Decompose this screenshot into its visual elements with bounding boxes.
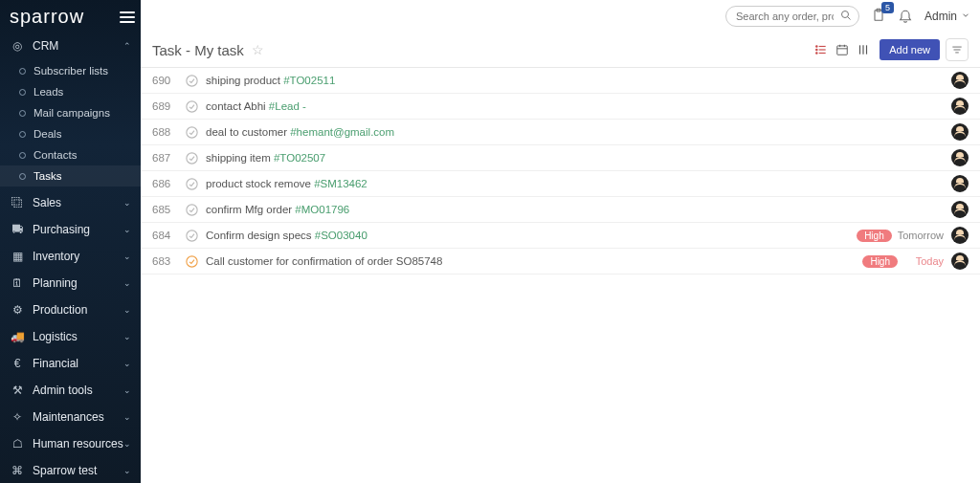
priority-badge: High [862, 255, 898, 268]
assignee-avatar[interactable] [951, 98, 969, 115]
assignee-avatar[interactable] [951, 175, 969, 192]
sidebar-section-human-resources[interactable]: ☖Human resources⌄ [0, 431, 141, 456]
section-icon: 🚚 [10, 330, 25, 343]
section-label: Admin tools [33, 384, 93, 397]
task-link[interactable]: #SM13462 [314, 178, 368, 189]
sidebar-section-purchasing[interactable]: ⛟Purchasing⌄ [0, 217, 141, 242]
view-kanban-icon[interactable] [857, 43, 870, 56]
view-calendar-icon[interactable] [835, 43, 849, 56]
section-icon: 🗓 [10, 276, 25, 290]
sidebar-item-label: Subscriber lists [33, 65, 108, 77]
svg-point-27 [187, 255, 197, 266]
sidebar-section-crm[interactable]: ◎CRM⌃ [0, 33, 141, 58]
check-circle-icon[interactable] [185, 229, 206, 243]
sidebar-item-label: Tasks [33, 170, 61, 182]
task-row[interactable]: 689contact Abhi #Lead - [141, 94, 980, 120]
section-icon: ◎ [10, 39, 25, 53]
check-circle-icon[interactable] [185, 74, 206, 88]
sidebar: sparrow ◎CRM⌃Subscriber listsLeadsMail c… [0, 0, 141, 483]
task-text: confirm Mfg order #MO01796 [206, 204, 951, 215]
filter-button[interactable] [946, 38, 969, 61]
task-number: 683 [152, 255, 185, 267]
task-row[interactable]: 685confirm Mfg order #MO01796 [141, 197, 980, 223]
section-icon: ✧ [10, 410, 25, 424]
task-number: 690 [152, 75, 185, 86]
page-title: Task - My task [152, 42, 244, 58]
check-circle-icon[interactable] [185, 254, 206, 269]
due-date: Today [903, 255, 944, 267]
sidebar-section-admin-tools[interactable]: ⚒Admin tools⌄ [0, 378, 141, 403]
sidebar-item-mail-campaigns[interactable]: Mail campaigns [0, 102, 141, 123]
assignee-avatar[interactable] [951, 227, 969, 244]
sidebar-section-sparrow-test[interactable]: ⌘Sparrow test⌄ [0, 458, 141, 483]
check-circle-icon[interactable] [185, 177, 206, 191]
assignee-avatar[interactable] [951, 252, 969, 270]
check-circle-icon[interactable] [185, 99, 206, 114]
sidebar-item-label: Contacts [33, 149, 77, 161]
task-text: product stock remove #SM13462 [206, 178, 951, 189]
sidebar-section-logistics[interactable]: 🚚Logistics⌄ [0, 324, 141, 349]
sidebar-item-subscriber-lists[interactable]: Subscriber lists [0, 60, 141, 81]
sidebar-item-tasks[interactable]: Tasks [0, 165, 141, 187]
sidebar-item-label: Deals [33, 128, 61, 140]
chevron-down-icon: ⌄ [123, 385, 131, 395]
page-header: Task - My task ☆ Add new [141, 33, 980, 68]
section-label: Financial [33, 357, 78, 370]
bell-icon[interactable] [898, 8, 913, 26]
chevron-down-icon: ⌄ [123, 359, 131, 368]
task-row[interactable]: 687shipping item #TO02507 [141, 145, 980, 171]
star-icon[interactable]: ☆ [252, 42, 264, 57]
section-icon: € [10, 357, 25, 370]
check-circle-icon[interactable] [185, 151, 206, 165]
task-link[interactable]: #hemant@gmail.com [290, 126, 394, 138]
view-list-icon[interactable] [814, 43, 828, 56]
task-link[interactable]: #TO02511 [283, 75, 335, 86]
assignee-avatar[interactable] [951, 201, 969, 218]
add-new-button[interactable]: Add new [880, 39, 940, 60]
task-link[interactable]: #SO03040 [315, 230, 368, 241]
section-icon: ⌘ [10, 464, 25, 477]
section-label: Production [33, 303, 87, 317]
sidebar-item-leads[interactable]: Leads [0, 81, 141, 102]
task-text: Call customer for confirmation of order … [206, 255, 862, 267]
svg-line-1 [847, 17, 850, 20]
task-link[interactable]: #Lead - [269, 100, 306, 112]
sidebar-section-sales[interactable]: ⿻Sales⌄ [0, 190, 141, 215]
sidebar-item-label: Mail campaigns [33, 107, 110, 119]
sidebar-item-deals[interactable]: Deals [0, 123, 141, 144]
task-number: 689 [152, 100, 185, 112]
task-row[interactable]: 683Call customer for confirmation of ord… [141, 249, 980, 274]
chevron-down-icon: ⌄ [123, 412, 131, 422]
task-link[interactable]: #MO01796 [295, 204, 349, 215]
section-label: Purchasing [33, 223, 90, 236]
search-box [725, 6, 859, 27]
task-link[interactable]: #TO02507 [274, 152, 325, 164]
hamburger-icon[interactable] [120, 11, 135, 23]
sidebar-section-inventory[interactable]: ▦Inventory⌄ [0, 244, 141, 269]
task-row[interactable]: 686product stock remove #SM13462 [141, 171, 980, 197]
svg-point-25 [187, 204, 197, 214]
svg-point-6 [816, 49, 817, 50]
check-circle-icon[interactable] [185, 125, 206, 140]
assignee-avatar[interactable] [951, 149, 969, 166]
task-number: 688 [152, 126, 185, 138]
sidebar-scroll: ◎CRM⌃Subscriber listsLeadsMail campaigns… [0, 33, 141, 483]
check-circle-icon[interactable] [185, 203, 206, 217]
search-input[interactable] [725, 6, 859, 27]
clipboard-icon[interactable]: 5 [871, 8, 886, 26]
sidebar-item-contacts[interactable]: Contacts [0, 144, 141, 165]
due-date: Tomorrow [898, 230, 944, 241]
task-number: 687 [152, 152, 185, 164]
task-row[interactable]: 690shiping product #TO02511 [141, 68, 980, 94]
task-row[interactable]: 684Confirm design specs #SO03040HighTomo… [141, 223, 980, 249]
search-icon[interactable] [840, 10, 852, 24]
assignee-avatar[interactable] [951, 72, 969, 89]
user-menu[interactable]: Admin [924, 10, 970, 23]
task-row[interactable]: 688deal to customer #hemant@gmail.com [141, 120, 980, 145]
sidebar-section-financial[interactable]: €Financial⌄ [0, 351, 141, 376]
assignee-avatar[interactable] [951, 123, 969, 141]
main: 5 Admin Task - My task ☆ Add new 69 [141, 0, 980, 483]
sidebar-section-maintenances[interactable]: ✧Maintenances⌄ [0, 405, 141, 429]
sidebar-section-planning[interactable]: 🗓Planning⌄ [0, 271, 141, 296]
sidebar-section-production[interactable]: ⚙Production⌄ [0, 297, 141, 322]
